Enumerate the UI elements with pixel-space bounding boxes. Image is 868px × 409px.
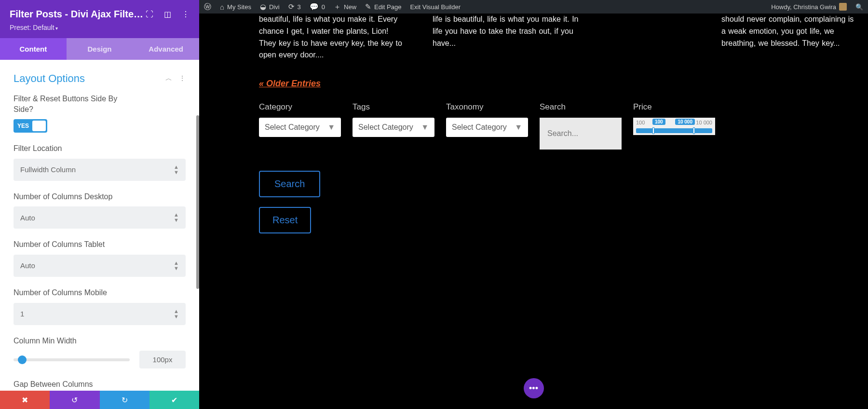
undo-button[interactable]: ↺ (50, 391, 99, 409)
filter-price-label: Price (633, 102, 715, 112)
sites-icon: ⌂ (220, 3, 224, 11)
opt-cols-mobile-label: Number of Columns Mobile (14, 287, 139, 298)
search-icon[interactable]: 🔍 (855, 3, 863, 11)
comments-link[interactable]: 💬0 (310, 2, 325, 11)
wp-admin-bar: ⓦ ⌂My Sites ◒Divi ⟳3 💬0 ＋New ✎Edit Page … (199, 0, 868, 14)
opt-filter-location-label: Filter Location (14, 143, 139, 154)
price-track (636, 128, 712, 133)
chevron-down-icon: ▼ (327, 123, 335, 132)
redo-icon: ↻ (122, 395, 128, 405)
posts-row: beautiful, life is what you make it. Eve… (211, 14, 856, 61)
older-entries-link[interactable]: « Older Entries (259, 79, 321, 89)
filter-category-label: Category (259, 102, 341, 112)
search-button[interactable]: Search (259, 171, 320, 197)
sidebar-body: Layout Options ︿ ⋮ Filter & Reset Button… (0, 60, 199, 391)
chevron-down-icon: ▼ (515, 123, 522, 132)
opt-side-by-side-label: Filter & Reset Buttons Side By Side? (14, 94, 139, 114)
dropdown-tags[interactable]: Select Category ▼ (353, 118, 434, 137)
exit-vb-link[interactable]: Exit Visual Builder (410, 3, 461, 11)
select-caret-icon: ▲▼ (174, 164, 179, 175)
save-button[interactable]: ✔ (149, 391, 199, 409)
updates-link[interactable]: ⟳3 (288, 2, 301, 11)
dropdown-category[interactable]: Select Category ▼ (259, 118, 341, 137)
opt-min-width-label: Column Min Width (14, 336, 139, 346)
select-cols-desktop[interactable]: Auto ▲▼ (14, 206, 186, 229)
select-caret-icon: ▲▼ (174, 260, 179, 271)
opt-gap-label: Gap Between Columns (14, 379, 139, 390)
select-filter-location[interactable]: Fullwidth Column ▲▼ (14, 159, 186, 181)
filter-search-label: Search (540, 102, 622, 112)
redo-button[interactable]: ↻ (100, 391, 149, 409)
tab-design[interactable]: Design (67, 38, 133, 60)
slider-thumb[interactable] (18, 355, 27, 364)
filter-tags-label: Tags (353, 102, 434, 112)
reset-button[interactable]: Reset (259, 207, 311, 233)
select-cols-mobile[interactable]: 1 ▲▼ (14, 303, 186, 325)
opt-cols-desktop-label: Number of Columns Desktop (14, 191, 139, 202)
fab-more[interactable]: ••• (524, 378, 544, 398)
wp-logo[interactable]: ⓦ (204, 2, 211, 12)
preview-area: ⓦ ⌂My Sites ◒Divi ⟳3 💬0 ＋New ✎Edit Page … (199, 0, 868, 409)
cancel-button[interactable]: ✖ (0, 391, 50, 409)
toggle-knob (32, 121, 46, 131)
columns-icon[interactable]: ◫ (164, 10, 171, 19)
tab-advanced[interactable]: Advanced (133, 38, 199, 60)
post-excerpt: beautiful, life is what you make it. Eve… (259, 14, 404, 61)
pencil-icon: ✎ (365, 2, 371, 11)
chevron-down-icon: ▼ (421, 123, 429, 132)
edit-page-link[interactable]: ✎Edit Page (365, 2, 401, 11)
post-excerpt: life is beautiful, life is what you make… (433, 14, 587, 61)
preset-selector[interactable]: Preset: Default (10, 24, 190, 31)
price-handle-min[interactable] (652, 127, 654, 134)
close-icon: ✖ (22, 395, 28, 405)
divi-icon: ◒ (260, 2, 266, 11)
divi-link[interactable]: ◒Divi (260, 2, 280, 11)
settings-sidebar: Filter Posts - Divi Ajax Filter... ⛶ ◫ ⋮… (0, 0, 199, 409)
post-excerpt: should never complain, complaining is a … (721, 14, 856, 61)
sidebar-tabs: Content Design Advanced (0, 38, 199, 60)
howdy-user[interactable]: Howdy, Christina Gwira (771, 3, 847, 11)
opt-cols-tablet-label: Number of Columns Tablet (14, 239, 139, 250)
my-sites-link[interactable]: ⌂My Sites (220, 3, 251, 11)
price-range-slider[interactable]: 100 10 000 100 10 000 (633, 118, 715, 135)
filters-row: Category Select Category ▼ Tags Select C… (211, 102, 856, 150)
expand-icon[interactable]: ⛶ (146, 10, 153, 19)
select-cols-tablet[interactable]: Auto ▲▼ (14, 255, 186, 277)
tab-content[interactable]: Content (0, 38, 67, 60)
undo-icon: ↺ (71, 395, 78, 405)
filter-taxonomy-label: Taxonomy (446, 102, 528, 112)
price-tag-min: 100 (652, 119, 665, 125)
new-link[interactable]: ＋New (334, 2, 356, 12)
more-vert-icon[interactable]: ⋮ (182, 10, 190, 19)
select-caret-icon: ▲▼ (174, 309, 179, 319)
search-input[interactable] (540, 118, 622, 150)
min-width-value[interactable]: 100px (139, 351, 186, 368)
action-buttons: Search Reset (211, 171, 856, 233)
avatar (839, 3, 847, 11)
wordpress-icon: ⓦ (204, 2, 211, 12)
module-title: Filter Posts - Divi Ajax Filter... (10, 9, 145, 20)
price-handle-max[interactable] (693, 127, 695, 134)
sidebar-footer: ✖ ↺ ↻ ✔ (0, 391, 199, 409)
dots-icon: ••• (529, 383, 538, 394)
chevron-up-icon[interactable]: ︿ (165, 74, 172, 83)
sidebar-header: Filter Posts - Divi Ajax Filter... ⛶ ◫ ⋮… (0, 0, 199, 38)
plus-icon: ＋ (334, 2, 341, 12)
price-tag-max: 10 000 (675, 119, 695, 125)
check-icon: ✔ (171, 395, 177, 405)
section-title[interactable]: Layout Options (14, 72, 85, 85)
toggle-side-by-side[interactable]: YES (14, 119, 47, 133)
select-caret-icon: ▲▼ (174, 212, 179, 223)
more-vert-icon[interactable]: ⋮ (179, 74, 186, 83)
refresh-icon: ⟳ (288, 2, 295, 11)
min-width-slider[interactable] (14, 358, 130, 361)
comment-icon: 💬 (310, 2, 319, 11)
dropdown-taxonomy[interactable]: Select Category ▼ (446, 118, 528, 137)
